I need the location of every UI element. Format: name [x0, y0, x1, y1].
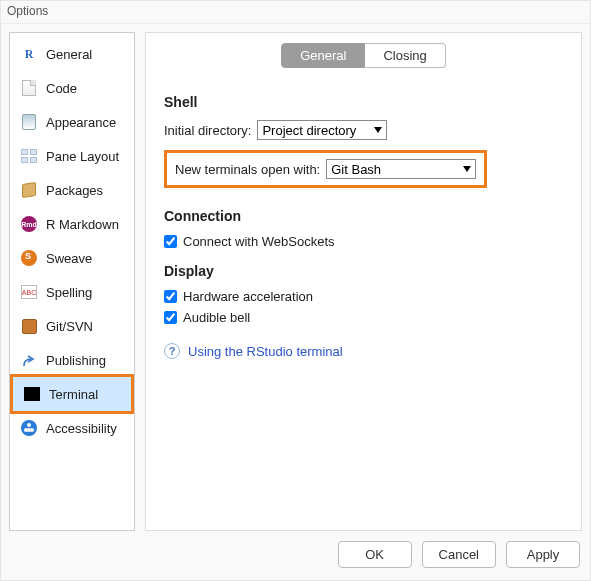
button-bar: OK Cancel Apply	[1, 531, 590, 580]
sidebar-item-code[interactable]: Code	[10, 71, 134, 105]
options-window: Options R General Code Appearance Pane L…	[0, 0, 591, 581]
apply-button[interactable]: Apply	[506, 541, 580, 568]
hw-accel-checkbox[interactable]	[164, 290, 177, 303]
sidebar-item-label: Sweave	[46, 251, 92, 266]
spellcheck-icon: ABC	[20, 283, 38, 301]
sidebar-item-label: Git/SVN	[46, 319, 93, 334]
sidebar-item-label: Spelling	[46, 285, 92, 300]
initial-directory-select[interactable]: Project directory	[257, 120, 387, 140]
main-panel: General Closing Shell Initial directory:…	[145, 32, 582, 531]
sidebar-item-appearance[interactable]: Appearance	[10, 105, 134, 139]
sidebar-item-sweave[interactable]: Sweave	[10, 241, 134, 275]
panel-body: Shell Initial directory: Project directo…	[146, 68, 581, 530]
hw-accel-row[interactable]: Hardware acceleration	[164, 289, 563, 304]
sidebar-item-label: R Markdown	[46, 217, 119, 232]
tab-bar: General Closing	[146, 43, 581, 68]
section-connection-title: Connection	[164, 208, 563, 224]
sidebar-item-publishing[interactable]: Publishing	[10, 343, 134, 377]
hw-accel-label: Hardware acceleration	[183, 289, 313, 304]
help-link-row: ? Using the RStudio terminal	[164, 343, 563, 359]
sidebar-item-label: Appearance	[46, 115, 116, 130]
terminal-icon	[23, 385, 41, 403]
websockets-row[interactable]: Connect with WebSockets	[164, 234, 563, 249]
r-logo-icon: R	[20, 45, 38, 63]
panes-icon	[20, 147, 38, 165]
sidebar-item-git-svn[interactable]: Git/SVN	[10, 309, 134, 343]
audible-bell-label: Audible bell	[183, 310, 250, 325]
document-icon	[20, 79, 38, 97]
initial-directory-row: Initial directory: Project directory	[164, 120, 563, 140]
sidebar-item-accessibility[interactable]: Accessibility	[10, 411, 134, 445]
help-link[interactable]: Using the RStudio terminal	[188, 344, 343, 359]
section-shell-title: Shell	[164, 94, 563, 110]
sidebar-item-label: Code	[46, 81, 77, 96]
sidebar-item-r-markdown[interactable]: Rmd R Markdown	[10, 207, 134, 241]
new-terminal-highlight: New terminals open with: Git Bash	[164, 150, 487, 188]
audible-bell-checkbox[interactable]	[164, 311, 177, 324]
websockets-checkbox[interactable]	[164, 235, 177, 248]
sidebar-item-general[interactable]: R General	[10, 37, 134, 71]
help-icon: ?	[164, 343, 180, 359]
tab-general[interactable]: General	[281, 43, 365, 68]
window-title: Options	[1, 1, 590, 24]
sidebar-item-label: General	[46, 47, 92, 62]
sweave-icon	[20, 249, 38, 267]
sidebar-item-label: Accessibility	[46, 421, 117, 436]
box-icon	[20, 317, 38, 335]
new-terminal-select[interactable]: Git Bash	[326, 159, 476, 179]
sidebar-item-pane-layout[interactable]: Pane Layout	[10, 139, 134, 173]
sidebar-item-terminal[interactable]: Terminal	[13, 377, 131, 411]
accessibility-icon	[20, 419, 38, 437]
sidebar-highlight: Terminal	[10, 374, 134, 414]
audible-bell-row[interactable]: Audible bell	[164, 310, 563, 325]
sidebar-item-packages[interactable]: Packages	[10, 173, 134, 207]
initial-directory-label: Initial directory:	[164, 123, 251, 138]
sidebar-item-label: Pane Layout	[46, 149, 119, 164]
sidebar-item-label: Packages	[46, 183, 103, 198]
sidebar-item-label: Terminal	[49, 387, 98, 402]
ok-button[interactable]: OK	[338, 541, 412, 568]
websockets-label: Connect with WebSockets	[183, 234, 335, 249]
sidebar-item-spelling[interactable]: ABC Spelling	[10, 275, 134, 309]
rmd-icon: Rmd	[20, 215, 38, 233]
cancel-button[interactable]: Cancel	[422, 541, 496, 568]
appearance-icon	[20, 113, 38, 131]
new-terminal-label: New terminals open with:	[175, 162, 320, 177]
content-row: R General Code Appearance Pane Layout Pa…	[1, 24, 590, 531]
package-icon	[20, 181, 38, 199]
sidebar-item-label: Publishing	[46, 353, 106, 368]
sidebar: R General Code Appearance Pane Layout Pa…	[9, 32, 135, 531]
section-display-title: Display	[164, 263, 563, 279]
tab-closing[interactable]: Closing	[365, 43, 445, 68]
publish-icon	[20, 351, 38, 369]
